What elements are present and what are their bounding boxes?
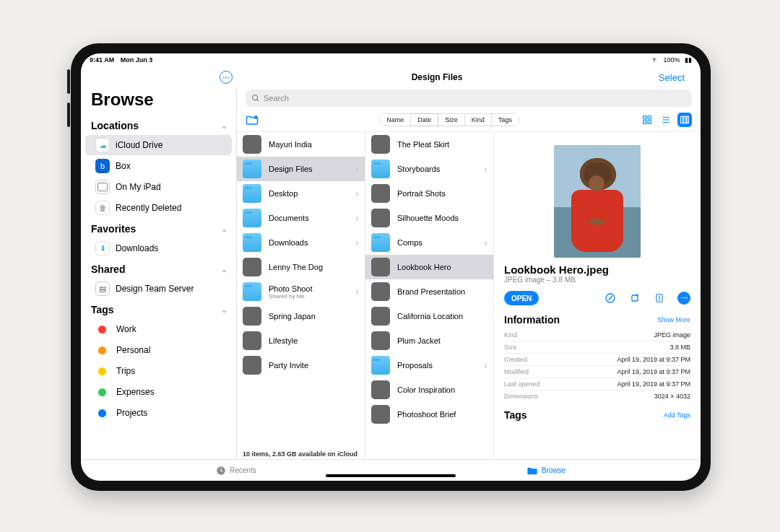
sidebar-item-recently-deleted[interactable]: 🗑 Recently Deleted [85, 198, 232, 218]
tag-dot-icon [98, 346, 106, 354]
sidebar-tag-trips[interactable]: Trips [85, 361, 232, 381]
list-item[interactable]: The Pleat Skirt [365, 132, 493, 157]
folder-icon [371, 356, 390, 375]
more-actions-button[interactable]: ⋯ [677, 292, 690, 305]
folder-icon [371, 160, 390, 178]
chevron-down-icon: ⌄ [221, 224, 228, 234]
new-folder-button[interactable]: + [246, 114, 259, 126]
home-indicator[interactable] [326, 474, 456, 477]
sidebar-tag-expenses[interactable]: Expenses [85, 382, 232, 402]
ipad-icon [95, 180, 110, 194]
chevron-down-icon: ⌄ [221, 265, 228, 274]
status-date: Mon Jun 3 [121, 56, 153, 64]
svg-rect-15 [632, 295, 638, 301]
list-item[interactable]: California Location [365, 304, 493, 328]
markup-icon[interactable] [604, 292, 617, 305]
folder-icon [243, 209, 261, 227]
select-button[interactable]: Select [659, 72, 685, 83]
sidebar-item-box[interactable]: b Box [85, 156, 232, 176]
folder-icon [243, 233, 261, 252]
list-item[interactable]: Silhouette Moods [365, 206, 493, 230]
list-item[interactable]: Storyboards› [365, 157, 493, 181]
folder-icon [526, 466, 538, 476]
list-item[interactable]: Comps› [365, 230, 493, 255]
rotate-icon[interactable] [628, 292, 641, 305]
section-shared-header[interactable]: Shared ⌄ [81, 259, 236, 278]
list-item[interactable]: Plum Jacket [365, 328, 493, 353]
view-columns-icon[interactable] [677, 113, 692, 127]
sort-date[interactable]: Date [411, 113, 438, 126]
list-item[interactable]: Party Invite [237, 353, 365, 378]
compress-icon[interactable] [653, 292, 666, 305]
list-item[interactable]: Spring Japan [237, 304, 365, 328]
info-row: Dimensions3024 × 4032 [504, 390, 690, 402]
file-preview[interactable] [554, 145, 641, 258]
info-row: KindJPEG image [504, 328, 690, 341]
section-favorites-header[interactable]: Favorites ⌄ [81, 219, 236, 237]
download-icon: ⬇ [95, 241, 110, 256]
sort-name[interactable]: Name [379, 113, 411, 126]
section-tags-header[interactable]: Tags ⌄ [81, 300, 236, 318]
list-item[interactable]: Color Inspiration [365, 378, 493, 402]
cloud-icon: ☁ [95, 138, 110, 152]
tab-recents[interactable]: Recents [216, 466, 256, 476]
sidebar-item-downloads[interactable]: ⬇ Downloads [85, 238, 232, 258]
tags-heading: Tags [504, 409, 527, 421]
add-tags-button[interactable]: Add Tags [664, 411, 690, 419]
show-more-button[interactable]: Show More [657, 316, 690, 323]
svg-rect-4 [644, 116, 646, 119]
battery-icon: ▮▮ [685, 56, 692, 64]
list-item[interactable]: Mayuri India [237, 132, 365, 157]
sidebar-item-on-my-ipad[interactable]: On My iPad [85, 177, 232, 197]
sidebar-tag-projects[interactable]: Projects [85, 403, 232, 423]
thumbnail [371, 405, 390, 424]
sort-tags[interactable]: Tags [492, 113, 519, 126]
list-item[interactable]: Lifestyle [237, 328, 365, 353]
open-button[interactable]: OPEN [504, 291, 539, 305]
column-2: The Pleat SkirtStoryboards›Portrait Shot… [365, 132, 494, 459]
list-item[interactable]: Lookbook Hero [365, 255, 493, 279]
sidebar-title: Browse [81, 88, 236, 115]
svg-rect-5 [648, 116, 651, 119]
status-time: 9:41 AM [90, 56, 114, 64]
list-item[interactable]: Downloads› [237, 230, 365, 255]
list-item[interactable]: Photo ShootShared by Me› [237, 279, 365, 304]
sidebar-item-icloud-drive[interactable]: ☁ iCloud Drive [85, 135, 232, 155]
section-locations-header[interactable]: Locations ⌄ [81, 115, 236, 134]
sort-kind[interactable]: Kind [465, 113, 492, 126]
chevron-right-icon: › [484, 163, 488, 175]
chevron-right-icon: › [355, 237, 359, 248]
thumbnail [243, 135, 261, 154]
list-item[interactable]: Desktop› [237, 181, 365, 206]
list-item[interactable]: Brand Presentation [365, 279, 493, 304]
list-item[interactable]: Lenny The Dog [237, 255, 365, 279]
svg-rect-13 [687, 116, 688, 123]
search-input[interactable]: Search [246, 90, 692, 107]
sidebar-tag-personal[interactable]: Personal [85, 340, 232, 360]
list-item[interactable]: Proposals› [365, 353, 493, 378]
list-item[interactable]: Documents› [237, 206, 365, 230]
chevron-right-icon: › [355, 188, 359, 199]
detail-pane: Lookbook Hero.jpeg JPEG image – 3.8 MB O… [494, 132, 701, 459]
tab-browse[interactable]: Browse [526, 466, 566, 476]
thumbnail [371, 307, 390, 326]
list-item[interactable]: Design Files› [237, 157, 365, 181]
sort-segmented-control[interactable]: Name Date Size Kind Tags [379, 113, 519, 126]
list-item[interactable]: Portrait Shots [365, 181, 493, 206]
thumbnail [371, 184, 390, 203]
view-list-icon[interactable] [659, 113, 673, 127]
tag-dot-icon [98, 367, 106, 375]
sidebar-item-design-team-server[interactable]: ▤ Design Team Server [85, 279, 232, 299]
column-footer: 10 items, 2.63 GB available on iCloud [243, 450, 358, 458]
chevron-right-icon: › [355, 163, 359, 175]
thumbnail [371, 331, 390, 350]
list-item[interactable]: Photoshoot Brief [365, 402, 493, 427]
sort-size[interactable]: Size [438, 113, 465, 126]
view-grid-icon[interactable] [640, 113, 654, 127]
svg-rect-11 [681, 116, 683, 123]
chevron-right-icon: › [355, 286, 359, 297]
tag-dot-icon [98, 409, 106, 417]
more-options-button[interactable]: ⋯ [220, 71, 233, 84]
sidebar-tag-work[interactable]: Work [85, 319, 232, 339]
chevron-right-icon: › [484, 237, 488, 248]
